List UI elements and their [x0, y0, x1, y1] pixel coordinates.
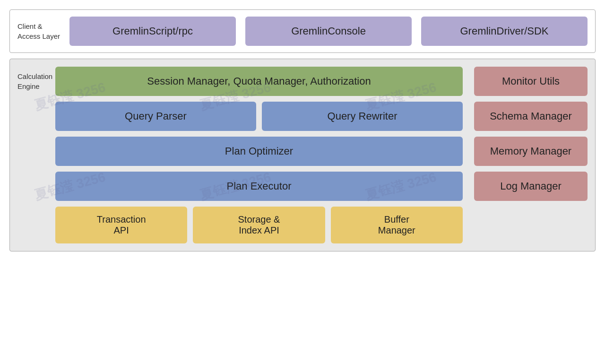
monitor-utils-box: Monitor Utils: [474, 67, 588, 96]
client-layer-label: Client & Access Layer: [17, 21, 60, 41]
transaction-api-box: Transaction API: [55, 207, 187, 243]
diagram-wrapper: Client & Access Layer GremlinScript/rpc …: [9, 9, 596, 251]
schema-manager-box: Schema Manager: [474, 102, 588, 131]
query-rewriter-box: Query Rewriter: [262, 102, 463, 131]
log-manager-box: Log Manager: [474, 172, 588, 201]
plan-executor-box: Plan Executor: [55, 172, 463, 201]
session-manager-box: Session Manager, Quota Manager, Authoriz…: [55, 67, 463, 96]
query-row: Query Parser Query Rewriter: [55, 102, 463, 131]
calc-main-area: Session Manager, Quota Manager, Authoriz…: [55, 67, 463, 243]
client-access-layer: Client & Access Layer GremlinScript/rpc …: [9, 9, 596, 53]
calculation-engine-layer: 夏钰滢 3256 夏钰滢 3256 夏钰滢 3256 夏钰滢 3256 夏钰滢 …: [9, 59, 596, 251]
gremlin-script-box: GremlinScript/rpc: [69, 17, 236, 46]
gremlin-console-box: GremlinConsole: [245, 17, 412, 46]
client-boxes: GremlinScript/rpc GremlinConsole Gremlin…: [69, 17, 588, 46]
plan-optimizer-box: Plan Optimizer: [55, 137, 463, 166]
storage-index-api-box: Storage & Index API: [193, 207, 325, 243]
gremlin-driver-box: GremlinDriver/SDK: [421, 17, 588, 46]
buffer-manager-box: Buffer Manager: [331, 207, 463, 243]
calc-layer-label: Calculation Engine: [17, 67, 55, 243]
memory-manager-box: Memory Manager: [474, 137, 588, 166]
bottom-api-row: Transaction API Storage & Index API Buff…: [55, 207, 463, 243]
query-parser-box: Query Parser: [55, 102, 256, 131]
calc-right-column: Monitor Utils Schema Manager Memory Mana…: [474, 67, 588, 243]
